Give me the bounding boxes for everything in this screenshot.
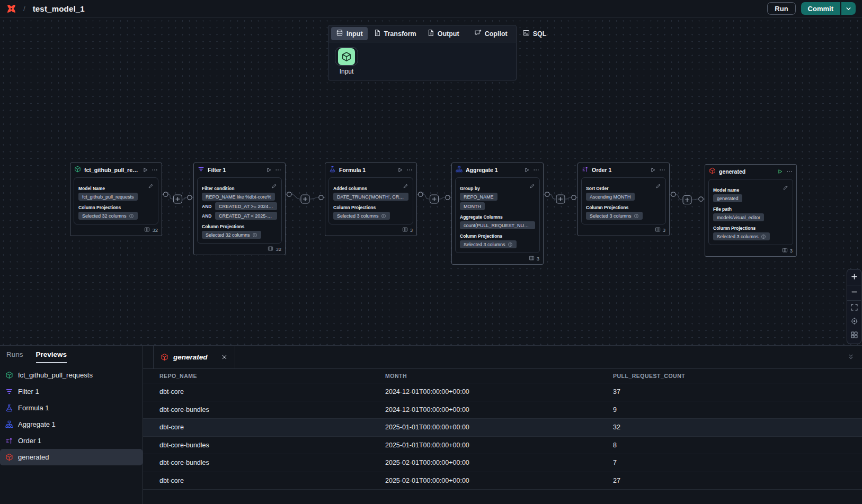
divider xyxy=(847,285,861,285)
node-card-order-1[interactable]: Order 1Sort OrderAscending MONTHColumn P… xyxy=(577,163,670,236)
pill: count(PULL_REQUEST_NUMBER) as ... xyxy=(460,221,535,229)
pill-text: Selected 32 columns xyxy=(82,213,127,219)
edit-icon[interactable] xyxy=(271,182,277,191)
minimap-button[interactable] xyxy=(847,329,861,343)
node-card-formula-1[interactable]: Formula 1Added columnsDATE_TRUNC('MONTH'… xyxy=(325,163,417,236)
palette-tab-transform[interactable]: Transform xyxy=(369,27,421,40)
palette-tab-sql[interactable]: SQL xyxy=(518,27,552,40)
palette-item-label: Input xyxy=(340,68,354,75)
pill: Selected 32 columns xyxy=(202,231,261,239)
close-icon[interactable] xyxy=(221,354,228,361)
more-button[interactable] xyxy=(406,167,413,173)
play-button[interactable] xyxy=(777,168,783,175)
commit-button[interactable]: Commit xyxy=(801,2,840,15)
palette-item-input[interactable]: Input xyxy=(335,47,358,75)
connection-port[interactable] xyxy=(419,192,423,196)
run-button[interactable]: Run xyxy=(767,2,795,15)
play-button[interactable] xyxy=(265,167,272,173)
tab-previews[interactable]: Previews xyxy=(36,350,67,363)
app: { "header":{"separator":"/","title":"tes… xyxy=(0,0,862,504)
add-node-button[interactable] xyxy=(174,195,182,203)
sidebar-item-formula-1[interactable]: Formula 1 xyxy=(0,400,143,416)
sidebar-item-fct-github-pull-requests[interactable]: fct_github_pull_requests xyxy=(0,367,143,383)
sidebar-item-aggregate-1[interactable]: Aggregate 1 xyxy=(0,416,143,433)
preview-tab-generated[interactable]: generated xyxy=(153,346,235,368)
add-node-button[interactable] xyxy=(683,196,691,204)
connection-port[interactable] xyxy=(545,192,549,196)
cube-icon xyxy=(338,48,355,65)
table-row[interactable]: dbt-core2025-01-01T00:00:00+00:0032 xyxy=(143,419,862,437)
more-button[interactable] xyxy=(275,167,281,173)
node-card-generated[interactable]: generatedModel namegeneratedFile pathmod… xyxy=(705,164,797,257)
node-card-aggregate-1[interactable]: Aggregate 1Group byREPO_NAMEMONTHAggrega… xyxy=(451,163,544,265)
section-row: generated xyxy=(713,194,788,202)
sql-icon xyxy=(522,29,530,38)
collapse-panel-icon[interactable] xyxy=(847,353,855,361)
sidebar-item-order-1[interactable]: Order 1 xyxy=(0,433,143,449)
palette-item-tile xyxy=(335,47,358,66)
more-button[interactable] xyxy=(786,168,793,175)
palette-tab-copilot[interactable]: Copilot xyxy=(469,27,512,40)
bottom-tabs: Runs Previews xyxy=(0,346,143,363)
row-count-badge: 32 xyxy=(276,246,281,252)
edit-icon[interactable] xyxy=(148,182,154,191)
table-row[interactable]: dbt-core-bundles2025-01-01T00:00:00+00:0… xyxy=(143,437,862,455)
connection-port[interactable] xyxy=(572,195,576,200)
edit-icon[interactable] xyxy=(655,182,661,191)
more-button[interactable] xyxy=(533,167,539,173)
more-button[interactable] xyxy=(152,167,158,173)
play-button[interactable] xyxy=(397,167,403,173)
connection-port[interactable] xyxy=(164,192,168,196)
row-count-badge: 3 xyxy=(537,256,539,262)
play-button[interactable] xyxy=(523,167,530,173)
node-footer: 3 xyxy=(705,247,796,256)
add-node-button[interactable] xyxy=(430,195,439,203)
zoom-in-button[interactable] xyxy=(847,271,861,284)
cell-repo-name: dbt-core xyxy=(143,388,385,395)
connection-port[interactable] xyxy=(188,195,192,200)
table-icon xyxy=(268,246,273,253)
node-actions xyxy=(265,167,281,173)
sidebar-item-label: Formula 1 xyxy=(18,404,49,412)
node-header: Formula 1 xyxy=(325,163,416,176)
locate-button[interactable] xyxy=(847,315,861,329)
table-row[interactable]: dbt-core-bundles2024-12-01T00:00:00+00:0… xyxy=(143,401,862,419)
palette-tab-output[interactable]: Output xyxy=(422,27,464,40)
pill: Selected 32 columns xyxy=(78,212,138,220)
fit-view-button[interactable] xyxy=(847,301,861,315)
dbt-logo[interactable] xyxy=(6,4,16,14)
table-row[interactable]: dbt-core-bundles2025-02-01T00:00:00+00:0… xyxy=(143,454,862,472)
edit-icon[interactable] xyxy=(403,182,408,191)
edit-icon[interactable] xyxy=(529,182,535,191)
play-button[interactable] xyxy=(650,167,656,173)
connection-port[interactable] xyxy=(446,195,450,200)
node-card-filter-1[interactable]: Filter 1Filter conditionREPO_NAME like %… xyxy=(193,163,286,255)
pill: Ascending MONTH xyxy=(586,193,635,201)
cube-icon xyxy=(74,165,81,175)
table-row[interactable]: dbt-core2025-02-01T00:00:00+00:0027 xyxy=(143,472,862,490)
sidebar-item-generated[interactable]: generated xyxy=(0,449,143,465)
tab-runs[interactable]: Runs xyxy=(6,350,23,363)
section-row: REPO_NAME like %dbt-core% xyxy=(202,193,277,201)
canvas[interactable]: fct_github_pull_requestsModel Namefct_gi… xyxy=(0,17,862,345)
node-section-model-name: Model namegenerated xyxy=(713,187,788,202)
edit-icon[interactable] xyxy=(783,183,788,193)
commit-dropdown-button[interactable] xyxy=(841,2,856,15)
palette-tab-input[interactable]: Input xyxy=(331,27,368,40)
table-icon xyxy=(782,247,788,254)
table-row[interactable]: dbt-core2024-12-01T00:00:00+00:0037 xyxy=(143,383,862,401)
pill: Selected 3 columns xyxy=(460,240,517,248)
add-node-button[interactable] xyxy=(556,195,565,203)
add-node-button[interactable] xyxy=(301,195,309,203)
commit-button-group: Commit xyxy=(801,2,856,15)
connection-port[interactable] xyxy=(319,195,323,200)
more-button[interactable] xyxy=(659,167,665,173)
connection-port[interactable] xyxy=(699,197,703,201)
node-card-fct-github-pull-requests[interactable]: fct_github_pull_requestsModel Namefct_gi… xyxy=(70,163,162,236)
sidebar-item-filter-1[interactable]: Filter 1 xyxy=(0,383,143,400)
connection-port[interactable] xyxy=(287,192,291,196)
connection-port[interactable] xyxy=(671,192,676,196)
pill-text: CREATED_AT < 2025-03-01 xyxy=(219,213,273,219)
zoom-out-button[interactable] xyxy=(847,286,861,300)
play-button[interactable] xyxy=(142,167,148,173)
